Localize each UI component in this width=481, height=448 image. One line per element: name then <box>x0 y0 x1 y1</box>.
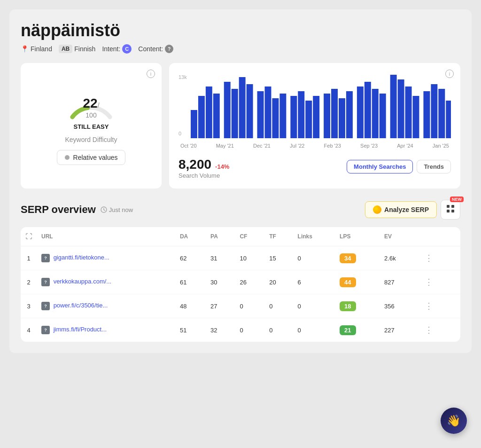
links-cell: 0 <box>293 246 335 270</box>
svg-rect-11 <box>279 94 286 138</box>
serp-title-row: SERP overview Just now <box>21 204 133 216</box>
volume-card: i 13k 0 <box>169 63 460 189</box>
chat-bubble-button[interactable]: 👋 <box>441 408 467 434</box>
pa-header: PA <box>206 227 235 246</box>
lps-cell: 34 <box>335 246 380 270</box>
volume-change: -14% <box>215 163 229 170</box>
volume-info-icon[interactable]: i <box>445 70 454 78</box>
da-cell: 51 <box>175 318 206 342</box>
svg-rect-14 <box>305 101 312 138</box>
serp-time: Just now <box>101 206 133 213</box>
svg-rect-21 <box>365 82 371 138</box>
expand-icon[interactable]: ⛶ <box>25 233 32 240</box>
wave-icon: 👋 <box>447 414 461 427</box>
svg-rect-26 <box>405 86 411 138</box>
score-number: 22 <box>83 96 97 110</box>
lps-badge: 44 <box>340 277 356 287</box>
monthly-searches-tab[interactable]: Monthly Searches <box>347 160 413 173</box>
relative-values-button[interactable]: Relative values <box>57 150 126 165</box>
intent-label: Intent: <box>102 45 120 53</box>
more-options-button[interactable]: ⋮ <box>421 276 437 288</box>
cards-row: i 22/ 100 STILL EASY Keyword Difficulty … <box>21 63 460 189</box>
svg-rect-2 <box>206 86 212 138</box>
analyze-btn-label: Analyze SERP <box>384 206 429 213</box>
tf-cell: 20 <box>264 270 293 294</box>
language-item: AB Finnish <box>59 45 95 53</box>
page-title: näppäimistö <box>21 21 460 40</box>
svg-rect-12 <box>290 96 297 138</box>
language-label: Finnish <box>74 45 95 53</box>
serp-time-label: Just now <box>109 206 133 213</box>
cf-cell: 0 <box>235 318 264 342</box>
expand-col-header: ⛶ <box>21 227 37 246</box>
serp-table-body: 1 ? gigantti.fi/tietokone... 62 31 10 15… <box>21 246 460 342</box>
tf-cell: 15 <box>264 246 293 270</box>
svg-rect-30 <box>438 89 445 138</box>
tf-cell: 0 <box>264 294 293 318</box>
table-row: 4 ? jimms.fi/fi/Product... 51 32 0 0 0 2… <box>21 318 460 342</box>
more-options-button[interactable]: ⋮ <box>421 252 437 264</box>
country-label: Finland <box>31 45 52 53</box>
table-header-row: ⛶ URL DA PA CF TF Links LPS EV <box>21 227 460 246</box>
volume-info-row: 8,200 -14% <box>178 157 229 172</box>
trends-tab[interactable]: Trends <box>417 160 451 173</box>
serp-actions: Analyze SERP NEW <box>365 200 460 220</box>
svg-rect-29 <box>431 84 437 138</box>
svg-rect-36 <box>451 205 454 208</box>
serp-title: SERP overview <box>21 204 96 216</box>
coin-icon <box>373 205 381 214</box>
svg-rect-31 <box>446 101 451 138</box>
svg-rect-3 <box>213 94 220 138</box>
difficulty-info-icon[interactable]: i <box>147 70 155 78</box>
table-row: 2 ? verkkokauppa.com/... 61 30 26 20 6 4… <box>21 270 460 294</box>
svg-rect-37 <box>447 210 450 212</box>
lps-cell: 44 <box>335 270 380 294</box>
svg-line-34 <box>104 210 105 211</box>
svg-rect-9 <box>264 86 271 138</box>
svg-rect-13 <box>298 91 304 138</box>
url-link[interactable]: power.fi/c/3506/tie... <box>54 302 108 309</box>
more-options-button[interactable]: ⋮ <box>421 324 437 336</box>
serp-header: SERP overview Just now Analyze SERP NEW <box>21 200 460 220</box>
url-header: URL <box>37 227 175 246</box>
url-link[interactable]: gigantti.fi/tietokone... <box>54 254 109 261</box>
links-cell: 0 <box>293 294 335 318</box>
svg-rect-20 <box>357 86 364 138</box>
lps-cell: 21 <box>335 318 380 342</box>
links-cell: 6 <box>293 270 335 294</box>
url-icon: ? <box>41 302 50 310</box>
more-options-button[interactable]: ⋮ <box>421 300 437 312</box>
lps-badge: 34 <box>340 253 356 263</box>
url-cell: ? gigantti.fi/tietokone... <box>37 246 175 270</box>
serp-section: SERP overview Just now Analyze SERP NEW <box>21 200 460 342</box>
cf-cell: 26 <box>235 270 264 294</box>
content-item: Content: ? <box>138 45 173 53</box>
intent-value: C <box>122 44 132 54</box>
intent-item: Intent: C <box>102 44 132 54</box>
more-cell: ⋮ <box>416 294 460 318</box>
url-icon: ? <box>41 278 50 286</box>
svg-rect-1 <box>198 96 205 138</box>
kd-label: Keyword Difficulty <box>65 136 117 143</box>
volume-info: 8,200 -14% Search Volume <box>178 154 229 179</box>
country-item: 📍 Finland <box>21 45 52 53</box>
chart-label-1: May '21 <box>216 143 234 149</box>
svg-rect-8 <box>257 91 264 138</box>
ev-header: EV <box>380 227 416 246</box>
lps-badge: 18 <box>340 301 356 311</box>
pin-icon: 📍 <box>21 45 29 53</box>
grid-icon <box>446 204 455 213</box>
analyze-serp-button[interactable]: Analyze SERP <box>365 201 437 218</box>
more-cell: ⋮ <box>416 270 460 294</box>
links-cell: 0 <box>293 318 335 342</box>
svg-rect-38 <box>451 210 454 212</box>
svg-rect-0 <box>191 110 197 138</box>
table-row: 3 ? power.fi/c/3506/tie... 48 27 0 0 0 1… <box>21 294 460 318</box>
main-container: näppäimistö 📍 Finland AB Finnish Intent:… <box>9 9 472 353</box>
url-link[interactable]: verkkokauppa.com/... <box>54 278 112 285</box>
cf-cell: 10 <box>235 246 264 270</box>
grid-view-button[interactable]: NEW <box>441 200 460 220</box>
serp-table-container: ⛶ URL DA PA CF TF Links LPS EV 1 <box>21 227 460 342</box>
table-row: 1 ? gigantti.fi/tietokone... 62 31 10 15… <box>21 246 460 270</box>
url-link[interactable]: jimms.fi/fi/Product... <box>54 326 107 333</box>
